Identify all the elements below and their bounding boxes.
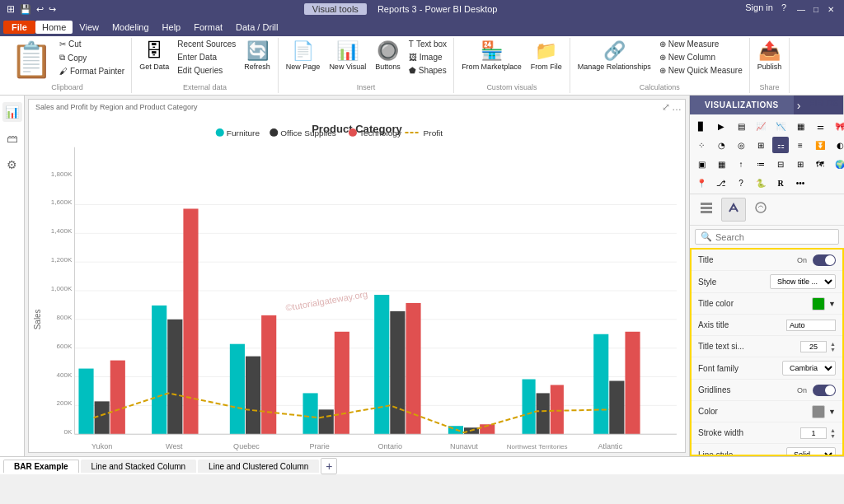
format-painter-button[interactable]: 🖌Format Painter [56, 65, 128, 77]
viz-pie[interactable]: ◔ [713, 137, 729, 153]
viz-qa[interactable]: ? [733, 175, 749, 191]
visualizations-tab[interactable]: VISUALIZATIONS [690, 96, 794, 114]
viz-matrix[interactable]: ⊞ [792, 156, 809, 172]
color-swatch[interactable] [812, 405, 825, 418]
manage-relationships-button[interactable]: 🔗 Manage Relationships [574, 38, 655, 73]
canvas-frame[interactable]: Sales and Profit by Region and Product C… [28, 99, 686, 453]
viz-100-bar[interactable]: ▤ [733, 118, 749, 134]
shapes-button[interactable]: ⬟ Shapes [406, 64, 450, 77]
redo-btn[interactable]: ↪ [49, 4, 56, 15]
format-menu[interactable]: Format [187, 21, 229, 34]
viz-area-chart[interactable]: 📉 [772, 118, 789, 134]
stroke-down[interactable]: ▼ [830, 433, 836, 439]
title-color-chevron[interactable]: ▼ [828, 300, 836, 308]
style-dropdown[interactable]: Show title ... [770, 274, 836, 289]
report-view-icon[interactable]: 📊 [2, 102, 22, 122]
font-family-dropdown[interactable]: Cambria [782, 361, 836, 376]
viz-decomp[interactable]: ⎇ [713, 175, 729, 191]
panel-collapse-arrow[interactable]: › [794, 96, 804, 114]
viz-map[interactable]: 🗺 [812, 156, 828, 172]
copy-button[interactable]: ⧉Copy [56, 51, 128, 64]
file-menu[interactable]: File [3, 21, 35, 34]
image-button[interactable]: 🖼 Image [406, 51, 450, 63]
minimize-button[interactable]: — [795, 2, 808, 16]
axis-title-input[interactable] [786, 320, 836, 331]
help-icon[interactable]: ? [781, 2, 786, 16]
close-button[interactable]: ✕ [824, 2, 837, 16]
viz-card[interactable]: ▣ [693, 156, 710, 172]
tab-line-clustered[interactable]: Line and Clustered Column [198, 460, 319, 473]
stroke-width-input[interactable] [800, 427, 827, 439]
help-menu[interactable]: Help [156, 21, 188, 34]
from-file-button[interactable]: 📁 From File [527, 38, 566, 73]
color-chevron[interactable]: ▼ [828, 408, 836, 416]
viz-more[interactable]: ••• [792, 175, 809, 191]
viz-stacked-area[interactable]: ▦ [792, 118, 809, 134]
new-column-button[interactable]: ⊕ New Column [656, 51, 746, 63]
viz-bar-chart[interactable]: ▶ [713, 118, 729, 134]
title-text-size-input[interactable] [800, 341, 827, 352]
new-quick-measure-button[interactable]: ⊕ New Quick Measure [656, 64, 746, 77]
viz-table[interactable]: ⊟ [772, 156, 789, 172]
title-color-swatch[interactable] [812, 297, 825, 310]
line-style-dropdown[interactable]: Solid [786, 447, 836, 456]
viz-r[interactable]: R [772, 175, 789, 191]
viz-azure-map[interactable]: 📍 [693, 175, 710, 191]
home-menu[interactable]: Home [35, 21, 73, 34]
maximize-button[interactable]: □ [809, 2, 823, 16]
viz-multirow[interactable]: ▦ [713, 156, 729, 172]
undo-btn[interactable]: ↩ [36, 4, 44, 15]
viz-combo[interactable]: ⚏ [772, 137, 789, 153]
tab-line-stacked[interactable]: Line and Stacked Column [81, 460, 197, 473]
enter-data-button[interactable]: Enter Data [174, 51, 239, 63]
visual-tools-tab[interactable]: Visual tools [304, 3, 367, 15]
search-input[interactable] [715, 232, 833, 242]
data-view-icon[interactable]: 🗃 [2, 128, 22, 148]
viz-scatter[interactable]: ⁘ [693, 137, 710, 153]
viz-funnel[interactable]: ⏬ [812, 137, 828, 153]
viz-treemap[interactable]: ⊞ [753, 137, 769, 153]
new-visual-button[interactable]: 📊 New Visual [325, 38, 370, 73]
from-marketplace-button[interactable]: 🏪 From Marketplace [457, 38, 526, 73]
cut-button[interactable]: ✂Cut [56, 38, 128, 50]
viz-filled-map[interactable]: 🌍 [832, 156, 844, 172]
publish-button[interactable]: 📤 Publish [753, 38, 786, 73]
get-data-button[interactable]: 🗄 Get Data [135, 38, 173, 73]
tab-bar-example[interactable]: BAR Example [3, 460, 79, 473]
new-page-button[interactable]: 📄 New Page [282, 38, 325, 73]
viz-kpi[interactable]: ↑ [733, 156, 749, 172]
gridlines-toggle[interactable] [813, 385, 836, 396]
data-drill-menu[interactable]: Data / Drill [229, 21, 284, 34]
viz-stacked-bar[interactable]: ▊ [693, 118, 710, 134]
model-view-icon[interactable]: ⚙ [2, 155, 22, 175]
edit-queries-button[interactable]: Edit Queries [174, 64, 239, 77]
quick-access-save[interactable]: 💾 [20, 4, 31, 15]
viz-gauge[interactable]: ◐ [832, 137, 844, 153]
viz-waterfall[interactable]: ≡ [792, 137, 809, 153]
paste-button[interactable]: 📋 [7, 38, 56, 82]
title-size-down[interactable]: ▼ [830, 347, 836, 352]
ellipsis-icon[interactable]: … [672, 101, 682, 113]
recent-sources-button[interactable]: Recent Sources [174, 38, 239, 50]
refresh-button[interactable]: 🔄 Refresh [240, 38, 274, 73]
viz-line-chart[interactable]: 📈 [753, 118, 769, 134]
stroke-up[interactable]: ▲ [830, 427, 836, 433]
title-size-up[interactable]: ▲ [830, 341, 836, 347]
viz-donut[interactable]: ◎ [733, 137, 749, 153]
fields-tab[interactable]: FIELDS [804, 96, 844, 114]
title-toggle[interactable] [813, 254, 836, 266]
fields-format-tab[interactable] [695, 198, 718, 222]
analytics-format-tab[interactable] [749, 198, 772, 222]
buttons-button[interactable]: 🔘 Buttons [371, 38, 405, 73]
add-page-button[interactable]: + [321, 458, 337, 474]
modeling-menu[interactable]: Modeling [106, 21, 156, 34]
viz-slicer[interactable]: ≔ [753, 156, 769, 172]
viz-ribbon[interactable]: 🎀 [832, 118, 844, 134]
viz-line-stacked[interactable]: ⚌ [812, 118, 828, 134]
viz-python[interactable]: 🐍 [753, 175, 769, 191]
expand-icon[interactable]: ⤢ [662, 101, 670, 113]
new-measure-button[interactable]: ⊕ New Measure [656, 38, 746, 50]
format-format-tab[interactable] [721, 198, 746, 222]
text-box-button[interactable]: T Text box [406, 38, 450, 50]
view-menu[interactable]: View [73, 21, 106, 34]
